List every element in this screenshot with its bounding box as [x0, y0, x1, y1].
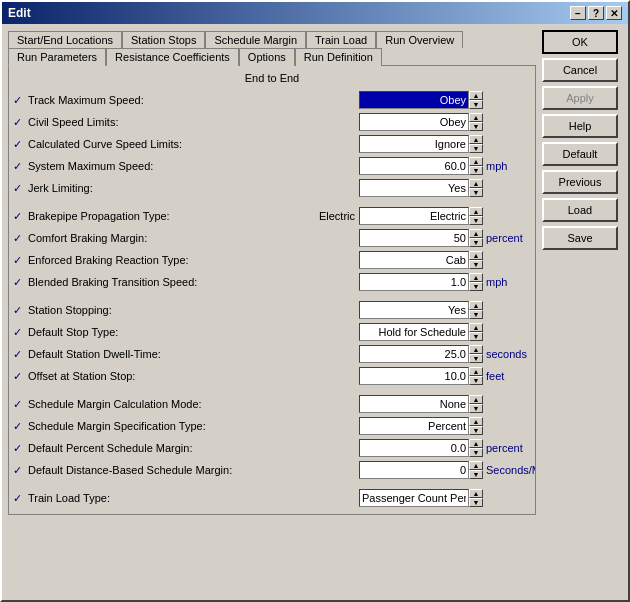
- stop-type-down[interactable]: ▼: [469, 332, 483, 341]
- minimize-button[interactable]: −: [570, 6, 586, 20]
- stop-type-up[interactable]: ▲: [469, 323, 483, 332]
- jerk-limiting-down[interactable]: ▼: [469, 188, 483, 197]
- check-dist-margin[interactable]: ✓: [13, 464, 25, 477]
- check-jerk[interactable]: ✓: [13, 182, 25, 195]
- dist-schedule-margin-down[interactable]: ▼: [469, 470, 483, 479]
- blended-braking-label: ✓ Blended Braking Transition Speed:: [13, 276, 359, 289]
- field-brakepipe: ✓ Brakepipe Propagation Type: Electric ▲…: [13, 206, 531, 226]
- check-curve-speed[interactable]: ✓: [13, 138, 25, 151]
- check-track-max[interactable]: ✓: [13, 94, 25, 107]
- station-stopping-up[interactable]: ▲: [469, 301, 483, 310]
- station-stopping-field[interactable]: [359, 301, 469, 319]
- enforced-braking-field[interactable]: [359, 251, 469, 269]
- field-enforced-braking: ✓ Enforced Braking Reaction Type: ▲ ▼: [13, 250, 531, 270]
- system-max-speed-down[interactable]: ▼: [469, 166, 483, 175]
- schedule-spec-type-down[interactable]: ▼: [469, 426, 483, 435]
- cancel-button[interactable]: Cancel: [542, 58, 618, 82]
- stop-type-field[interactable]: [359, 323, 469, 341]
- check-pct-margin[interactable]: ✓: [13, 442, 25, 455]
- close-button[interactable]: ✕: [606, 6, 622, 20]
- blended-braking-up[interactable]: ▲: [469, 273, 483, 282]
- pct-schedule-margin-down[interactable]: ▼: [469, 448, 483, 457]
- tab-station-stops[interactable]: Station Stops: [122, 31, 205, 48]
- ok-button[interactable]: OK: [542, 30, 618, 54]
- jerk-limiting-up[interactable]: ▲: [469, 179, 483, 188]
- check-comfort[interactable]: ✓: [13, 232, 25, 245]
- enforced-braking-down[interactable]: ▼: [469, 260, 483, 269]
- system-max-speed-field[interactable]: [359, 157, 469, 175]
- tab-resistance-coefficients[interactable]: Resistance Coefficients: [106, 48, 239, 66]
- check-dwell[interactable]: ✓: [13, 348, 25, 361]
- blended-braking-down[interactable]: ▼: [469, 282, 483, 291]
- tab-schedule-margin[interactable]: Schedule Margin: [205, 31, 306, 48]
- pct-schedule-margin-up[interactable]: ▲: [469, 439, 483, 448]
- check-civil-speed[interactable]: ✓: [13, 116, 25, 129]
- curve-speed-field[interactable]: [359, 135, 469, 153]
- apply-button[interactable]: Apply: [542, 86, 618, 110]
- help-button[interactable]: Help: [542, 114, 618, 138]
- tab-run-overview[interactable]: Run Overview: [376, 31, 463, 48]
- curve-speed-down[interactable]: ▼: [469, 144, 483, 153]
- check-brakepipe[interactable]: ✓: [13, 210, 25, 223]
- civil-speed-up[interactable]: ▲: [469, 113, 483, 122]
- right-panel: OK Cancel Apply Help Default Previous Lo…: [542, 30, 622, 594]
- comfort-braking-up[interactable]: ▲: [469, 229, 483, 238]
- offset-station-up[interactable]: ▲: [469, 367, 483, 376]
- train-load-type-field[interactable]: [359, 489, 469, 507]
- offset-station-field[interactable]: [359, 367, 469, 385]
- pct-schedule-margin-field[interactable]: [359, 439, 469, 457]
- check-blended[interactable]: ✓: [13, 276, 25, 289]
- tab-run-definition[interactable]: Run Definition: [295, 48, 382, 66]
- check-train-load[interactable]: ✓: [13, 492, 25, 505]
- check-schedule-calc[interactable]: ✓: [13, 398, 25, 411]
- check-system-max[interactable]: ✓: [13, 160, 25, 173]
- station-stopping-down[interactable]: ▼: [469, 310, 483, 319]
- stop-type-input-area: ▲ ▼: [359, 323, 531, 341]
- track-max-speed-field[interactable]: [359, 91, 469, 109]
- track-max-speed-down[interactable]: ▼: [469, 100, 483, 109]
- comfort-braking-down[interactable]: ▼: [469, 238, 483, 247]
- previous-button[interactable]: Previous: [542, 170, 618, 194]
- train-load-type-up[interactable]: ▲: [469, 489, 483, 498]
- schedule-spec-type-up[interactable]: ▲: [469, 417, 483, 426]
- comfort-braking-field[interactable]: [359, 229, 469, 247]
- dwell-time-field[interactable]: [359, 345, 469, 363]
- dwell-time-up[interactable]: ▲: [469, 345, 483, 354]
- track-max-speed-up[interactable]: ▲: [469, 91, 483, 100]
- curve-speed-spin-buttons: ▲ ▼: [469, 135, 483, 153]
- tab-run-parameters[interactable]: Run Parameters: [8, 48, 106, 66]
- stop-type-spin-buttons: ▲ ▼: [469, 323, 483, 341]
- schedule-calc-mode-up[interactable]: ▲: [469, 395, 483, 404]
- tab-train-load[interactable]: Train Load: [306, 31, 376, 48]
- check-schedule-spec[interactable]: ✓: [13, 420, 25, 433]
- load-button[interactable]: Load: [542, 198, 618, 222]
- civil-speed-down[interactable]: ▼: [469, 122, 483, 131]
- curve-speed-up[interactable]: ▲: [469, 135, 483, 144]
- tab-start-end[interactable]: Start/End Locations: [8, 31, 122, 48]
- save-button[interactable]: Save: [542, 226, 618, 250]
- civil-speed-field[interactable]: [359, 113, 469, 131]
- enforced-braking-up[interactable]: ▲: [469, 251, 483, 260]
- default-button[interactable]: Default: [542, 142, 618, 166]
- dwell-time-down[interactable]: ▼: [469, 354, 483, 363]
- check-offset[interactable]: ✓: [13, 370, 25, 383]
- schedule-calc-mode-field[interactable]: [359, 395, 469, 413]
- schedule-calc-mode-down[interactable]: ▼: [469, 404, 483, 413]
- dist-schedule-margin-field[interactable]: [359, 461, 469, 479]
- brakepipe-up[interactable]: ▲: [469, 207, 483, 216]
- blended-braking-field[interactable]: [359, 273, 469, 291]
- civil-speed-label: ✓ Civil Speed Limits:: [13, 116, 359, 129]
- check-station-stop[interactable]: ✓: [13, 304, 25, 317]
- help-button[interactable]: ?: [588, 6, 604, 20]
- brakepipe-down[interactable]: ▼: [469, 216, 483, 225]
- dist-schedule-margin-up[interactable]: ▲: [469, 461, 483, 470]
- system-max-speed-up[interactable]: ▲: [469, 157, 483, 166]
- brakepipe-field[interactable]: [359, 207, 469, 225]
- schedule-spec-type-field[interactable]: [359, 417, 469, 435]
- check-enforced[interactable]: ✓: [13, 254, 25, 267]
- check-stop-type[interactable]: ✓: [13, 326, 25, 339]
- train-load-type-down[interactable]: ▼: [469, 498, 483, 507]
- tab-options[interactable]: Options: [239, 48, 295, 66]
- offset-station-down[interactable]: ▼: [469, 376, 483, 385]
- jerk-limiting-field[interactable]: [359, 179, 469, 197]
